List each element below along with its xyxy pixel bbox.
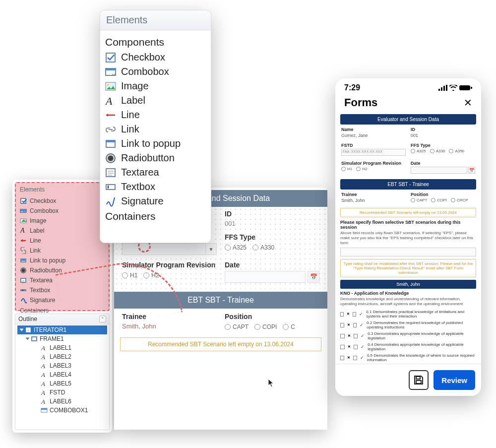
svg-text:A: A bbox=[41, 362, 45, 369]
ffs-type-label: FFS Type bbox=[225, 233, 319, 241]
checkbox-b[interactable] bbox=[353, 356, 357, 360]
radio-icon bbox=[283, 324, 289, 330]
checkbox-a[interactable] bbox=[340, 334, 345, 338]
element-item-checkbox[interactable]: Checkbox bbox=[104, 50, 207, 64]
signature-icon bbox=[20, 297, 27, 304]
svg-rect-40 bbox=[106, 140, 115, 142]
position-option-capt[interactable]: CAPT bbox=[225, 323, 248, 330]
svg-rect-9 bbox=[21, 259, 26, 261]
element-item-textarea[interactable]: Textarea bbox=[104, 165, 207, 180]
checkbox-b[interactable] bbox=[353, 323, 357, 327]
mini-item-label: Textbox bbox=[30, 287, 50, 294]
svg-text:A: A bbox=[105, 95, 113, 106]
tree-node-label2[interactable]: ALABEL2 bbox=[17, 352, 107, 361]
checkbox-b[interactable] bbox=[354, 345, 358, 349]
wifi-icon bbox=[449, 85, 457, 91]
m-position-option-copi[interactable]: COPI bbox=[431, 198, 447, 202]
m-ffs-option-a330[interactable]: A330 bbox=[430, 149, 445, 153]
element-label: Combobox bbox=[121, 66, 169, 77]
checkbox-b[interactable] bbox=[353, 312, 356, 317]
close-button[interactable]: ✕ bbox=[464, 97, 472, 109]
mini-item-label[interactable]: ALabel bbox=[16, 226, 109, 236]
m-position-option-capt[interactable]: CAPT bbox=[411, 198, 427, 202]
mini-item-combobox[interactable]: Combobox bbox=[16, 206, 109, 216]
save-button[interactable] bbox=[409, 370, 429, 390]
kno-item-text: 0.4 Demonstrates appropriate knowledge o… bbox=[368, 342, 476, 351]
m-specify-input[interactable] bbox=[340, 248, 476, 256]
element-item-radiobutton[interactable]: Radiobutton bbox=[104, 151, 207, 165]
position-option-c[interactable]: C bbox=[283, 323, 295, 330]
m-ffs-option-a350[interactable]: A350 bbox=[449, 149, 464, 153]
radio-label: H2 bbox=[362, 167, 367, 171]
tree-node-label: ITERATOR1 bbox=[34, 326, 66, 333]
checkbox-icon bbox=[20, 197, 27, 204]
svg-rect-50 bbox=[441, 87, 442, 91]
element-item-line[interactable]: Line bbox=[104, 108, 207, 122]
m-name-label: Name bbox=[341, 127, 406, 132]
m-warn1: Recommended SBT Scenario left empty on 1… bbox=[340, 208, 476, 217]
ffs-option-a330[interactable]: A330 bbox=[252, 244, 274, 251]
checkbox-a[interactable] bbox=[340, 323, 344, 327]
svg-rect-49 bbox=[438, 89, 440, 91]
element-item-signature[interactable]: Signature bbox=[104, 194, 207, 208]
mini-item-link[interactable]: Link bbox=[16, 246, 109, 256]
tree-node-frame1[interactable]: FRAME1 bbox=[17, 334, 107, 343]
m-spr-option-h1[interactable]: H1 bbox=[341, 167, 352, 171]
checkbox-a[interactable] bbox=[340, 312, 344, 317]
mini-item-link-to-popup[interactable]: Link to popup bbox=[16, 256, 109, 265]
check-icon: ✓ bbox=[360, 322, 364, 327]
m-position-option-crcp[interactable]: CRCP bbox=[451, 198, 468, 202]
m-date-input[interactable] bbox=[411, 167, 467, 174]
checkbox-a[interactable] bbox=[340, 345, 345, 349]
element-item-link[interactable]: Link bbox=[104, 122, 207, 136]
expand-icon[interactable] bbox=[20, 329, 24, 331]
m-fstd-value[interactable]: FAA: XXXX-XXX-XX-XXX bbox=[341, 149, 406, 156]
element-item-label[interactable]: ALabel bbox=[104, 93, 207, 108]
radio-label: A325 bbox=[233, 244, 247, 251]
m-name-value: Gomez, Jane bbox=[341, 132, 406, 138]
element-item-image[interactable]: Image bbox=[104, 79, 207, 93]
tree-node-label5[interactable]: ALABEL5 bbox=[17, 379, 107, 388]
mobile-footer: Review bbox=[335, 364, 481, 396]
element-label: Textarea bbox=[121, 167, 159, 178]
mini-item-label: Link bbox=[30, 247, 41, 254]
svg-marker-38 bbox=[106, 114, 108, 117]
element-item-textbox[interactable]: Textbox bbox=[104, 180, 207, 194]
textbox-icon bbox=[105, 182, 116, 192]
element-item-combobox[interactable]: Combobox bbox=[104, 64, 207, 79]
review-button[interactable]: Review bbox=[434, 370, 475, 390]
tree-node-fstd[interactable]: AFSTD bbox=[17, 388, 107, 397]
radio-label: C bbox=[291, 323, 295, 330]
frame-icon bbox=[31, 335, 38, 342]
tree-node-label6[interactable]: ALABEL6 bbox=[17, 397, 107, 406]
tree-node-combobox1[interactable]: COMBOBOX1 bbox=[17, 406, 107, 415]
mini-item-image[interactable]: Image bbox=[16, 216, 109, 226]
textbox-icon bbox=[20, 287, 27, 294]
kno-item-text: 0.3 Demonstrates appropriate knowledge o… bbox=[368, 331, 476, 340]
tree-node-label: FSTD bbox=[50, 389, 65, 396]
tree-node-label1[interactable]: ALABEL1 bbox=[17, 343, 107, 352]
m-trainee-value: Smith, John bbox=[341, 197, 406, 203]
m-warn2: Type rating shall be revalidated after t… bbox=[340, 259, 476, 277]
tree-node-label4[interactable]: ALABEL4 bbox=[17, 370, 107, 379]
m-spr-option-h2[interactable]: H2 bbox=[356, 167, 367, 171]
mini-item-checkbox[interactable]: Checkbox bbox=[16, 196, 109, 206]
checkbox-b[interactable] bbox=[354, 334, 358, 338]
m-ffs-option-a325[interactable]: A325 bbox=[411, 149, 426, 153]
element-item-link-to-popup[interactable]: Link to popup bbox=[104, 136, 207, 151]
m-ffs-label: FFS Type bbox=[411, 143, 475, 148]
mini-item-label: Signature bbox=[30, 297, 55, 304]
position-option-copi[interactable]: COPI bbox=[254, 323, 277, 330]
ffs-option-a325[interactable]: A325 bbox=[225, 244, 247, 251]
checkbox-a[interactable] bbox=[340, 356, 344, 360]
image-icon bbox=[105, 81, 116, 92]
m-calendar-icon[interactable]: 📅 bbox=[468, 167, 475, 174]
svg-rect-33 bbox=[106, 68, 116, 70]
expand-icon[interactable] bbox=[26, 338, 30, 340]
fstd-combobox[interactable]: ▼ bbox=[122, 243, 217, 255]
tree-node-label3[interactable]: ALABEL3 bbox=[17, 361, 107, 370]
calendar-icon[interactable]: 📅 bbox=[308, 271, 319, 283]
mini-item-line[interactable]: Line bbox=[16, 236, 109, 246]
tree-node-label: LABEL5 bbox=[50, 380, 71, 387]
date-input[interactable] bbox=[225, 271, 306, 283]
